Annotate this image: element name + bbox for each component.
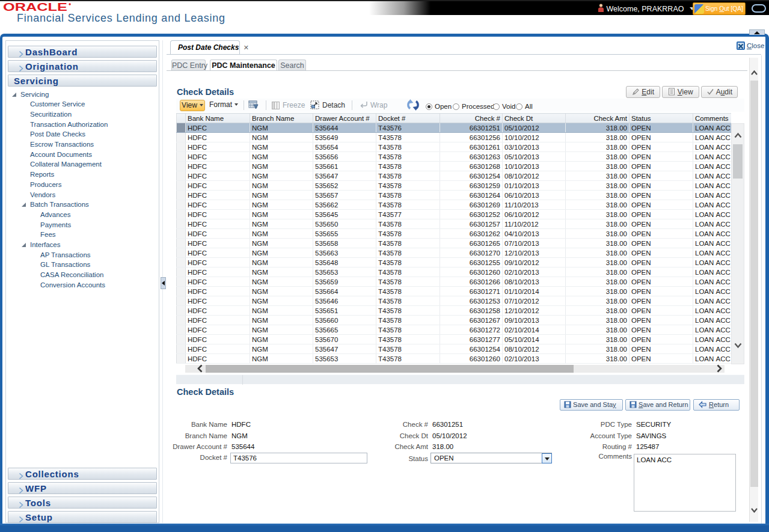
svg-text:ORACLE: ORACLE [3,2,67,13]
